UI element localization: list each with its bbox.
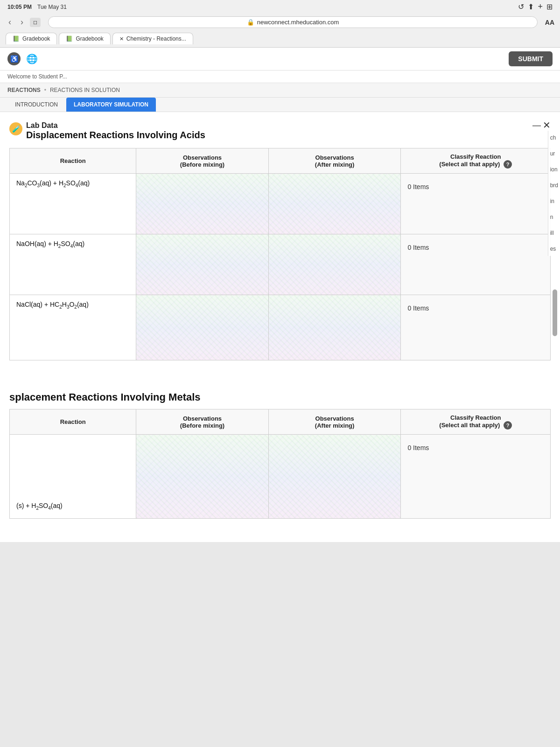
tab-switcher-icon[interactable]: □ bbox=[30, 18, 41, 27]
lab-data-header: 🧪 Lab Data Displacement Reactions Involv… bbox=[9, 121, 551, 141]
time-display: 10:05 PM bbox=[7, 4, 32, 10]
main-content: — ✕ 🧪 Lab Data Displacement Reactions In… bbox=[0, 112, 560, 384]
back-button[interactable]: ‹ bbox=[6, 16, 14, 28]
classify-content-1: 0 Items bbox=[407, 179, 544, 190]
metals-classify-content-1: 0 Items bbox=[407, 440, 544, 451]
aa-text[interactable]: AA bbox=[545, 19, 554, 26]
accessibility-icon[interactable]: ♿ bbox=[7, 52, 21, 65]
classify-content-3: 0 Items bbox=[407, 301, 544, 312]
reaction-cell-3: NaCl(aq) + HC2H3O2(aq) bbox=[10, 295, 136, 360]
close-panel-button[interactable]: — ✕ bbox=[532, 120, 551, 131]
tab-gradebook-2[interactable]: 📗 Gradebook bbox=[59, 33, 110, 44]
tab-bar: 📗 Gradebook 📗 Gradebook ✕ Chemistry - Re… bbox=[6, 31, 554, 44]
obs-after-cell-3[interactable] bbox=[268, 295, 401, 360]
browser-chrome: ‹ › □ 🔒 newconnect.mheducation.com AA 📗 … bbox=[0, 14, 560, 48]
classify-cell-2[interactable]: 0 Items bbox=[401, 234, 551, 295]
reaction-cell-2: NaOH(aq) + H2SO4(aq) bbox=[10, 234, 136, 295]
col-header-reaction: Reaction bbox=[10, 148, 136, 174]
col-header-obs-after: Observations (After mixing) bbox=[268, 148, 401, 174]
refresh-icon[interactable]: ↺ bbox=[518, 2, 524, 11]
obs-after-cell-1[interactable] bbox=[268, 174, 401, 234]
tab-label-2: Gradebook bbox=[76, 35, 103, 42]
close-tab-icon[interactable]: ✕ bbox=[119, 36, 124, 42]
section-title: Displacement Reactions Involving Acids bbox=[26, 130, 205, 141]
table-row: NaCl(aq) + HC2H3O2(aq) 0 Items bbox=[10, 295, 551, 360]
metals-items-count-1: 0 Items bbox=[407, 444, 544, 451]
lab-title-group: Lab Data Displacement Reactions Involvin… bbox=[26, 121, 205, 141]
sidebar-partial: ch ur ion brd in n ill es bbox=[548, 131, 560, 256]
scrollbar-thumb[interactable] bbox=[553, 289, 557, 336]
table-row: Na2CO3(aq) + H2SO4(aq) 0 Items bbox=[10, 174, 551, 234]
lab-data-label: Lab Data bbox=[26, 121, 205, 130]
add-tab-icon[interactable]: + bbox=[538, 2, 543, 12]
items-count-1: 0 Items bbox=[407, 183, 544, 190]
metals-col-obs-before: Observations (Before mixing) bbox=[136, 409, 269, 435]
acids-table: Reaction Observations (Before mixing) Ob… bbox=[9, 148, 551, 360]
section-nav: INTRODUCTION LABORATORY SIMULATION bbox=[0, 98, 560, 112]
breadcrumb-separator: • bbox=[44, 87, 46, 93]
page-header: ♿ 🌐 SUBMIT bbox=[0, 48, 560, 70]
date-display: Tue May 31 bbox=[37, 4, 67, 10]
metals-obs-after-1[interactable] bbox=[268, 435, 401, 519]
items-count-2: 0 Items bbox=[407, 244, 544, 251]
obs-before-cell-1[interactable] bbox=[136, 174, 269, 234]
metals-col-obs-after: Observations (After mixing) bbox=[268, 409, 401, 435]
url-bar[interactable]: 🔒 newconnect.mheducation.com bbox=[48, 16, 538, 28]
metals-classify-cell-1[interactable]: 0 Items bbox=[401, 435, 551, 519]
lock-icon: 🔒 bbox=[247, 19, 254, 26]
gradebook-2-icon: 📗 bbox=[66, 35, 73, 42]
breadcrumb-sub: REACTIONS IN SOLUTION bbox=[50, 87, 120, 93]
status-icons: ↺ ⬆ + ⊞ bbox=[518, 2, 553, 12]
metals-obs-before-1[interactable] bbox=[136, 435, 269, 519]
share-icon[interactable]: ⬆ bbox=[528, 2, 534, 11]
metals-col-reaction: Reaction bbox=[10, 409, 136, 435]
col-header-classify: Classify Reaction (Select all that apply… bbox=[401, 148, 551, 174]
classify-cell-1[interactable]: 0 Items bbox=[401, 174, 551, 234]
nav-buttons: ‹ › □ bbox=[6, 16, 41, 28]
help-icon-1[interactable]: ? bbox=[504, 160, 512, 169]
table-row: (s) + H2SO4(aq) 0 Items bbox=[10, 435, 551, 519]
tab-gradebook-1[interactable]: 📗 Gradebook bbox=[6, 33, 57, 44]
classify-cell-3[interactable]: 0 Items bbox=[401, 295, 551, 360]
col-header-obs-before: Observations (Before mixing) bbox=[136, 148, 269, 174]
reaction-cell-1: Na2CO3(aq) + H2SO4(aq) bbox=[10, 174, 136, 234]
obs-before-cell-2[interactable] bbox=[136, 234, 269, 295]
lab-icon: 🧪 bbox=[9, 122, 22, 135]
metals-col-classify: Classify Reaction (Select all that apply… bbox=[401, 409, 551, 435]
obs-after-cell-2[interactable] bbox=[268, 234, 401, 295]
forward-button[interactable]: › bbox=[18, 16, 26, 28]
welcome-text: Welcome to Student P... bbox=[7, 73, 67, 80]
help-icon-2[interactable]: ? bbox=[504, 421, 512, 430]
url-text: newconnect.mheducation.com bbox=[257, 19, 339, 26]
table-row: NaOH(aq) + H2SO4(aq) 0 Items bbox=[10, 234, 551, 295]
minus-icon: — bbox=[532, 120, 541, 130]
welcome-bar: Welcome to Student P... bbox=[0, 70, 560, 83]
close-x-icon: ✕ bbox=[543, 120, 551, 131]
metals-reaction-cell-1: (s) + H2SO4(aq) bbox=[10, 435, 136, 519]
gradebook-1-icon: 📗 bbox=[13, 35, 20, 42]
grid-icon[interactable]: ⊞ bbox=[546, 2, 553, 11]
breadcrumb-bar: REACTIONS • REACTIONS IN SOLUTION bbox=[0, 83, 560, 98]
metals-section: splacement Reactions Involving Metals Re… bbox=[0, 384, 560, 542]
metals-table: Reaction Observations (Before mixing) Ob… bbox=[9, 409, 551, 519]
tab-introduction[interactable]: INTRODUCTION bbox=[7, 98, 65, 112]
metals-section-title: splacement Reactions Involving Metals bbox=[9, 384, 551, 409]
tab-chemistry[interactable]: ✕ Chemistry - Reactions... bbox=[112, 33, 193, 44]
submit-button[interactable]: SUBMIT bbox=[509, 51, 553, 66]
items-count-3: 0 Items bbox=[407, 304, 544, 312]
tab-label-1: Gradebook bbox=[22, 35, 50, 42]
tab-label-chemistry: Chemistry - Reactions... bbox=[126, 35, 186, 42]
classify-content-2: 0 Items bbox=[407, 240, 544, 251]
globe-icon[interactable]: 🌐 bbox=[26, 53, 38, 64]
status-bar: 10:05 PM Tue May 31 ↺ ⬆ + ⊞ bbox=[0, 0, 560, 14]
breadcrumb-reactions: REACTIONS bbox=[7, 87, 41, 93]
tab-lab-simulation[interactable]: LABORATORY SIMULATION bbox=[66, 98, 156, 112]
obs-before-cell-3[interactable] bbox=[136, 295, 269, 360]
